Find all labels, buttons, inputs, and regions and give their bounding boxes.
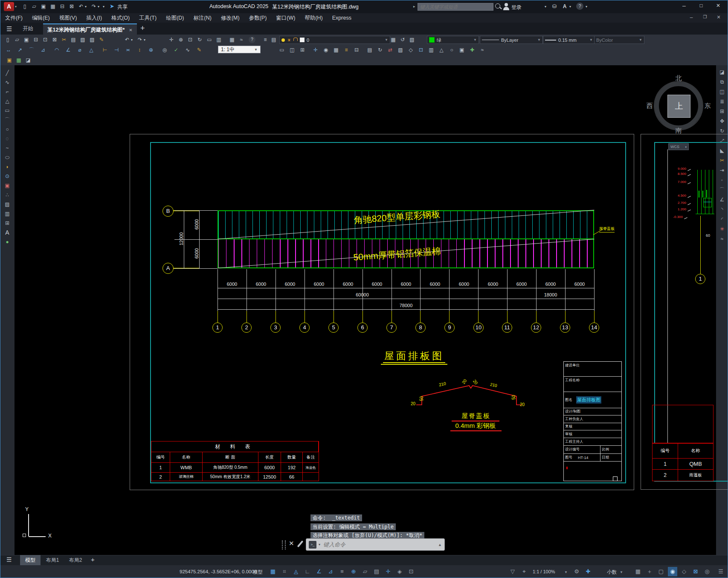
modify-erase-icon[interactable]: ◪ [718,68,726,76]
status-dynamic-ucs-icon[interactable]: ◈ [395,567,404,576]
layer-lock-icon[interactable] [293,38,298,41]
redo-caret-icon[interactable]: ▾ [98,5,99,9]
tb-plot-icon[interactable]: ⊟ [32,36,40,44]
draw-revcloud-icon[interactable]: ◌ [3,134,12,143]
status-annotation-scale[interactable]: 1:1 / 100% [533,569,555,574]
tab-layout2[interactable]: 布局2 [64,555,87,565]
menu-window[interactable]: 窗口(W) [271,13,300,23]
status-scale-caret-icon[interactable]: ▼ [564,570,568,574]
share-icon[interactable]: ➤ [110,3,114,9]
draw-circle-icon[interactable]: ○ [3,125,12,134]
window-close-button[interactable]: ✕ [712,3,725,9]
menu-help[interactable]: 帮助(H) [300,13,327,23]
tb2-icon-16[interactable]: △ [438,46,445,54]
doc-close-button[interactable]: ✕ [713,15,724,20]
tb-open-icon[interactable]: ▱ [13,36,21,44]
tb-markup-icon[interactable]: ≈ [238,36,245,44]
modify-trim-icon[interactable]: ✂ [718,156,726,165]
dim-inspect-icon[interactable]: ∿ [184,46,191,54]
linetype-caret-icon[interactable]: ▼ [537,37,541,44]
tb-zoom-realtime-icon[interactable]: ⊕ [177,36,185,44]
doc-restore-button[interactable]: ❐ [700,15,710,19]
tb2-icon-6[interactable]: ▦ [332,46,340,54]
modify-offset-icon[interactable]: ≣ [718,97,726,106]
layer-states-icon[interactable]: ▤ [270,36,278,44]
tb2-icon-13[interactable]: ◇ [407,46,415,54]
dim-continue-icon[interactable]: ≍ [124,46,132,54]
dim-style-caret-icon[interactable]: ▼ [254,46,258,53]
status-selectioncycling-icon[interactable]: ✛ [383,567,393,576]
draw-ellipse-icon[interactable]: ⬭ [3,153,12,162]
tb2-icon-7[interactable]: ≡ [342,46,350,54]
tb2-icon-11[interactable]: ⇄ [386,46,394,54]
menu-express[interactable]: Express [328,13,356,23]
tb2-icon-19[interactable]: ✚ [468,46,476,54]
tab-menu-icon[interactable]: ☰ [6,25,16,33]
draw-ellipse-arc-icon[interactable]: ◗ [3,163,12,171]
menu-parametric[interactable]: 参数(P) [244,13,272,23]
save-icon[interactable]: ▣ [40,3,47,10]
make-layer-current-icon[interactable]: ▦ [389,36,397,44]
draw-rectangle-icon[interactable]: ▭ [3,106,12,115]
tb2-icon-1[interactable]: ▭ [278,46,286,54]
tb2-icon-14[interactable]: ⊡ [417,46,425,54]
status-polar-icon[interactable]: ∠ [314,567,324,576]
draw-xline-icon[interactable]: ∿ [3,78,12,87]
draw-insert-block-icon[interactable]: ⊙ [3,172,12,180]
plotstyle-dropdown[interactable]: ByColor ▼ [594,36,644,44]
tb-redo-icon[interactable]: ↷ [136,36,144,44]
dim-spacing-icon[interactable]: ↕ [136,46,143,54]
tb-match-icon[interactable]: ▨ [88,36,96,44]
dim-ordinate-icon[interactable]: ⊿ [39,46,47,54]
tb2-icon-17[interactable]: ○ [448,46,455,54]
status-filter-icon[interactable]: ▽ [508,567,517,576]
tb2-icon-4[interactable]: ✛ [312,46,319,54]
command-input-bar[interactable]: >_ ▾ ▲ [306,538,445,551]
modify-break-icon[interactable]: ⌒ [718,186,726,194]
search-expand-caret-icon[interactable]: ▸ [413,4,415,9]
modify-scale-icon[interactable]: ⤢ [718,137,726,145]
tab-new-icon[interactable]: + [140,24,145,33]
tb-redo-caret-icon[interactable]: ▾ [144,38,145,42]
tb3-icon-3[interactable]: ◪ [24,56,32,64]
share-label[interactable]: 共享 [117,3,128,11]
viewcube-west-label[interactable]: 西 [644,102,655,110]
layer-caret-icon[interactable]: ▼ [385,37,388,44]
modify-explode-icon[interactable]: ✳ [718,225,726,233]
dim-linear-icon[interactable]: ↔ [5,46,12,54]
modify-chamfer-icon[interactable]: ◝ [718,205,726,214]
viewcube-top-face[interactable]: 上 [667,95,690,118]
status-clean-screen-icon[interactable]: ⊠ [691,567,700,576]
menu-view[interactable]: 视图(V) [55,13,82,23]
tb-undo-caret-icon[interactable]: ▾ [131,38,133,42]
modify-extend-icon[interactable]: ⇥ [718,166,726,174]
viewcube-east-label[interactable]: 东 [702,102,713,110]
status-gizmo-icon[interactable]: ⌖ [519,567,529,576]
status-model-label[interactable]: 模型 [253,569,263,575]
color-caret-icon[interactable]: ▼ [473,37,477,44]
tb-new-icon[interactable]: ▯ [4,36,12,44]
menu-insert[interactable]: 插入(I) [81,13,107,23]
status-sharedviews-icon[interactable]: ▦ [633,567,643,576]
tb-help-icon[interactable]: ? [249,36,255,43]
tab-close-icon[interactable]: ✕ [129,28,132,32]
open-file-icon[interactable]: ▱ [30,3,38,10]
command-dock-grip[interactable] [282,540,286,549]
status-otrack-icon[interactable]: ≡ [337,567,347,576]
command-expand-icon[interactable]: ▲ [438,543,442,547]
dim-quick-icon[interactable]: ⊢ [101,46,109,54]
dim-center-mark-icon[interactable]: ✓ [172,46,180,54]
menu-tools[interactable]: 工具(T) [134,13,161,23]
dim-break-icon[interactable]: ⊕ [147,46,155,54]
autodesk-app-icon[interactable]: A [561,3,568,10]
menu-format[interactable]: 格式(O) [107,13,134,23]
layer-isolate-icon[interactable]: ▧ [408,36,416,44]
tb-undo-icon[interactable]: ↶ [123,36,131,44]
layer-on-bulb-icon[interactable] [281,38,285,42]
viewcube-south-label[interactable]: 南 [672,127,685,135]
layout-menu-icon[interactable]: ☰ [6,556,12,563]
draw-polyline-icon[interactable]: ⌐ [3,87,12,96]
draw-polygon-icon[interactable]: △ [3,97,12,105]
status-hardware-accel-icon[interactable]: ◉ [668,567,677,576]
tab-layout1[interactable]: 布局1 [41,555,64,565]
